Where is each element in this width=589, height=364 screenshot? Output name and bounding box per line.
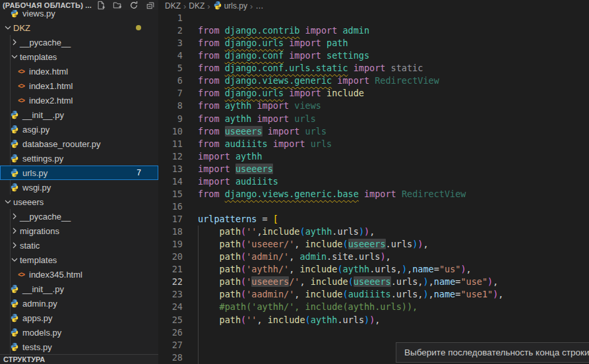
line-number[interactable]: 13 [158,163,183,175]
tree-item-label: migrations [20,226,59,236]
code-text: path('aadmin/', include(audiiits.urls,),… [198,288,503,301]
code-text: from aythh import views [198,100,321,112]
tree-item-models-py[interactable]: models.py [0,325,158,340]
collapse-folders-icon[interactable] [145,0,155,10]
tree-item-label: models.py [22,328,61,338]
line-number[interactable]: 22 [158,276,183,288]
tree-item-urls-py[interactable]: urls.py7 [0,166,158,180]
python-file-icon [213,1,222,12]
line-number[interactable]: 19 [158,238,183,251]
tree-item-static[interactable]: static [0,238,158,253]
breadcrumb-item-folder[interactable]: DKZ [189,1,204,11]
chevron-down-icon [3,22,13,33]
code-line-13: 13import useeers [158,163,541,175]
tree-item-admin-py[interactable]: admin.py [0,296,158,311]
chevron-down-icon [9,51,20,62]
explorer-sidebar: views.pyDKZ__pycache__templates<>index.h… [0,0,158,364]
tree-item-database-roouter-py[interactable]: database_roouter.py [0,136,158,151]
line-number[interactable]: 6 [158,75,183,87]
line-number[interactable]: 15 [158,188,183,200]
tree-item-wsgi-py[interactable]: wsgi.py [0,180,158,195]
line-number[interactable]: 28 [158,351,183,364]
tree-item-label: templates [20,52,57,62]
line-number[interactable]: 9 [158,113,183,125]
new-file-icon[interactable] [96,0,106,10]
code-line-24: 24 #path('aythh/', include(aythh.urls)), [158,301,541,313]
line-number[interactable]: 5 [158,62,183,75]
breadcrumb-item-symbol[interactable]: … [255,1,263,11]
code-line-26: 26 [158,326,541,339]
new-folder-icon[interactable] [112,0,122,10]
workspace-title: (РАБОЧАЯ ОБЛАСТЬ) ... [3,1,92,9]
python-file-icon [9,138,20,149]
line-number[interactable]: 25 [158,314,183,326]
line-number[interactable]: 20 [158,251,183,263]
tree-item--init-py[interactable]: __init__.py [0,282,158,296]
code-line-18: 18 path('',include(aythh.urls)), [158,226,541,238]
line-number[interactable]: 17 [158,213,183,226]
tree-item-label: static [20,241,40,251]
tree-item-index-html[interactable]: <>index.html [0,64,158,78]
line-number[interactable]: 27 [158,339,183,351]
tree-item--pycache-[interactable]: __pycache__ [0,209,158,224]
code-line-7: 7from django.urls import include [158,87,541,100]
code-text: path('',include(aythh.urls)), [198,226,375,238]
tree-item-index2-html[interactable]: <>index2.html [0,93,158,107]
line-number[interactable]: 24 [158,301,183,313]
tree-item-migrations[interactable]: migrations [0,224,158,238]
code-line-15: 15from django.views.generic.base import … [158,188,541,200]
line-number[interactable]: 18 [158,226,183,238]
line-number[interactable]: 12 [158,150,183,163]
code-line-9: 9from aythh import urls [158,113,541,125]
line-number[interactable]: 23 [158,288,183,301]
tree-item-settings-py[interactable]: settings.py [0,151,158,166]
python-file-icon [9,109,20,120]
html-file-icon: <> [16,269,26,280]
tree-item--init-py[interactable]: __init__.py [0,107,158,122]
line-number[interactable]: 14 [158,175,183,188]
python-file-icon [9,124,20,135]
chevron-down-icon [9,255,20,265]
tree-item-index1-html[interactable]: <>index1.html [0,78,158,93]
tree-item-useeers[interactable]: useeers [0,195,158,209]
line-number[interactable]: 4 [158,49,183,62]
tree-item-label: DKZ [13,23,30,33]
tree-item--pycache-[interactable]: __pycache__ [0,35,158,49]
line-number[interactable]: 1 [158,12,183,24]
line-number[interactable]: 8 [158,100,183,112]
line-number[interactable]: 21 [158,263,183,276]
line-number[interactable]: 16 [158,200,183,213]
tree-item-templates[interactable]: templates [0,253,158,267]
code-line-2: 2from django.contrib import admin [158,24,541,37]
line-number[interactable]: 26 [158,326,183,339]
code-text: import audiiits [198,175,278,188]
python-file-icon [9,167,20,178]
line-number[interactable]: 11 [158,138,183,150]
tree-item-label: __pycache__ [20,38,71,47]
breadcrumb-item-root[interactable]: DKZ [165,1,181,11]
tree-item-tests-py[interactable]: tests.py [0,340,158,354]
tree-item-asgi-py[interactable]: asgi.py [0,122,158,136]
code-line-4: 4from django.conf import settings [158,49,541,62]
outline-section-header[interactable]: СТРУКТУРА [0,354,158,364]
code-text: from audiiits import urls [198,138,332,150]
code-editor[interactable]: 12from django.contrib import admin3from … [158,12,541,364]
line-number[interactable]: 7 [158,87,183,100]
html-file-icon: <> [16,95,26,106]
refresh-explorer-icon[interactable] [129,0,139,10]
tree-item-templates[interactable]: templates [0,49,158,64]
tree-item-DKZ[interactable]: DKZ [0,20,158,35]
html-file-icon: <> [16,80,26,91]
python-file-icon [9,342,20,352]
breadcrumb-item-file[interactable]: urls.py [213,1,247,12]
code-text: path('useeers/', include(useeers.urls,),… [198,276,498,288]
line-number[interactable]: 2 [158,24,183,37]
tree-item-label: apps.py [22,313,53,323]
tree-item-apps-py[interactable]: apps.py [0,311,158,325]
line-number[interactable]: 3 [158,37,183,49]
code-text: import useeers [198,163,273,175]
line-number[interactable]: 10 [158,125,183,138]
tree-item-label: wsgi.py [22,183,51,193]
tree-item-index345-html[interactable]: <>index345.html [0,267,158,282]
tree-item-label: tests.py [22,342,52,352]
